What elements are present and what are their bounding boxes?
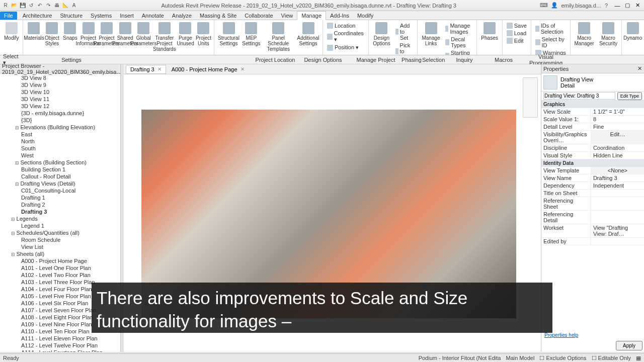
close-button[interactable]: ✕ [633, 2, 642, 9]
location-button[interactable]: Location [326, 22, 365, 29]
tab-file[interactable]: File [0, 12, 17, 20]
open-icon[interactable]: 📂 [11, 2, 18, 9]
tree-item[interactable]: A000 - Project Home Page [1, 257, 119, 264]
pick-to-edit-button[interactable]: Pick to Edit [394, 42, 415, 55]
edit-type-button[interactable]: Edit Type [617, 92, 642, 100]
navigation-bar[interactable] [523, 77, 538, 118]
tree-item[interactable]: Schedules/Quantities (all) [1, 229, 119, 236]
tab-collaborate[interactable]: Collaborate [240, 12, 277, 20]
decal-types-button[interactable]: Decal Types [444, 36, 474, 49]
tab-manage[interactable]: Manage [297, 11, 326, 20]
object-styles-button[interactable]: Object Styles [43, 21, 60, 47]
close-icon[interactable]: ✕ [157, 66, 162, 72]
close-icon[interactable]: ✕ [240, 66, 245, 72]
tree-item[interactable]: West [1, 152, 119, 159]
tree-item[interactable]: Callout - Roof Detail [1, 173, 119, 180]
text-icon[interactable]: A [70, 2, 77, 9]
view-tab-a000[interactable]: A000 - Project Home Page✕ [167, 65, 249, 74]
tab-annotate[interactable]: Annotate [138, 12, 168, 20]
status-editable-only[interactable]: ☐ Editable Only [592, 355, 631, 361]
tree-item[interactable]: {3D} [1, 117, 119, 124]
panel-schedule-button[interactable]: Panel Schedule Templates [262, 21, 295, 53]
view-name-field[interactable]: Drafting 3 [591, 174, 644, 182]
tree-item[interactable]: A102 - Level Two Floor Plan [1, 272, 119, 279]
macro-manager-button[interactable]: Macro Manager [573, 21, 596, 47]
sync-icon[interactable]: ↺ [28, 2, 35, 9]
global-params-button[interactable]: Global Parameters [135, 21, 152, 47]
status-workset[interactable]: Podium - Interior Fitout (Not Edita [419, 355, 501, 361]
tree-item[interactable]: Sections (Building Section) [1, 159, 119, 166]
project-units-button[interactable]: Project Units [195, 21, 212, 47]
tree-item[interactable]: A111 - Level Eleven Floor Plan [1, 335, 119, 342]
tab-modify[interactable]: Modify [353, 12, 377, 20]
tree-item[interactable]: Legend 1 [1, 222, 119, 229]
tree-item[interactable]: A112 - Level Twelve Floor Plan [1, 342, 119, 349]
status-design-option[interactable]: Main Model [506, 355, 534, 361]
scale-value-field[interactable]: 8 [591, 116, 644, 123]
view-template-button[interactable]: <None> [591, 167, 644, 174]
design-options-button[interactable]: Design Options [371, 21, 392, 47]
selection-filter-icon[interactable]: ▦ [636, 355, 641, 361]
discipline-field[interactable]: Coordination [591, 144, 644, 151]
tree-item[interactable]: {3D - emily.bisaga.dunne} [1, 110, 119, 117]
add-to-set-button[interactable]: Add to Set [394, 22, 415, 41]
tree-item[interactable]: Building Section 1 [1, 166, 119, 173]
starting-view-button[interactable]: Starting View [444, 49, 474, 55]
materials-button[interactable]: Materials [25, 21, 42, 42]
minimize-button[interactable]: — [613, 2, 622, 9]
measure-icon[interactable]: 📐 [62, 2, 69, 9]
tree-item[interactable]: South [1, 145, 119, 152]
structural-settings-button[interactable]: Structural Settings [216, 21, 240, 47]
purge-unused-button[interactable]: Purge Unused [177, 21, 194, 47]
save-selection-button[interactable]: Save [506, 22, 528, 29]
tree-item[interactable]: A114 - Level Fourteen Floor Plan [1, 349, 119, 352]
tree-item[interactable]: East [1, 131, 119, 138]
status-exclude-options[interactable]: ☐ Exclude Options [539, 355, 586, 361]
instance-dropdown[interactable] [543, 92, 615, 100]
tree-item[interactable]: 3D View 9 [1, 81, 119, 88]
manage-links-button[interactable]: Manage Links [420, 21, 442, 47]
apply-button[interactable]: Apply [616, 341, 642, 350]
title-on-sheet-field[interactable] [591, 190, 644, 197]
tree-item[interactable]: C01_Consulting-Local [1, 187, 119, 194]
tab-structure[interactable]: Structure [56, 12, 87, 20]
tree-item[interactable]: Drafting Views (Detail) [1, 180, 119, 187]
tab-analyze[interactable]: Analyze [168, 12, 196, 20]
tab-architecture[interactable]: Architecture [19, 12, 56, 20]
user-icon[interactable]: 👤 [551, 2, 558, 9]
help-icon[interactable]: ? [605, 3, 608, 9]
maximize-button[interactable]: ▢ [623, 2, 632, 9]
tree-item[interactable]: 3D View 8 [1, 74, 119, 81]
tab-view[interactable]: View [277, 12, 297, 20]
macro-security-button[interactable]: Macro Security [597, 21, 620, 47]
tab-systems[interactable]: Systems [87, 12, 116, 20]
edit-selection-button[interactable]: Edit [506, 37, 528, 44]
redo-icon[interactable]: ↷ [45, 2, 52, 9]
tree-item[interactable]: Room Schedule [1, 236, 119, 243]
undo-icon[interactable]: ↶ [36, 2, 43, 9]
user-name[interactable]: emily.bisaga.d… [561, 3, 602, 9]
tree-item[interactable]: 3D View 10 [1, 88, 119, 96]
tree-item[interactable]: Drafting 1 [1, 194, 119, 201]
view-tab-drafting3[interactable]: Drafting 3✕ [126, 65, 166, 74]
print-icon[interactable]: 🖶 [53, 2, 60, 9]
tree-item[interactable]: 3D View 11 [1, 96, 119, 103]
tree-item[interactable]: View List [1, 243, 119, 250]
manage-images-button[interactable]: Manage Images [444, 22, 474, 35]
select-by-id-button[interactable]: Select by ID [534, 36, 567, 49]
modify-button[interactable]: Modify [2, 21, 21, 42]
tab-massing[interactable]: Massing & Site [196, 12, 240, 20]
tree-item[interactable]: A101 - Level One Floor Plan [1, 264, 119, 272]
transfer-standards-button[interactable]: Transfer Project Standards [153, 21, 176, 53]
tab-addins[interactable]: Add-Ins [326, 12, 353, 20]
tree-item[interactable]: Drafting 3 [1, 208, 119, 215]
close-icon[interactable]: ✕ [637, 65, 642, 72]
properties-type-selector[interactable]: Drafting ViewDetail [541, 73, 644, 92]
dynamo-button[interactable]: Dynamo [624, 21, 641, 42]
load-selection-button[interactable]: Load [506, 30, 528, 37]
mep-settings-button[interactable]: MEP Settings [242, 21, 261, 47]
ids-of-selection-button[interactable]: IDs of Selection [534, 22, 567, 35]
coordinates-button[interactable]: Coordinates ▾ [326, 30, 365, 43]
visual-style-field[interactable]: Hidden Line [591, 152, 644, 159]
tree-item[interactable]: Drafting 2 [1, 201, 119, 208]
